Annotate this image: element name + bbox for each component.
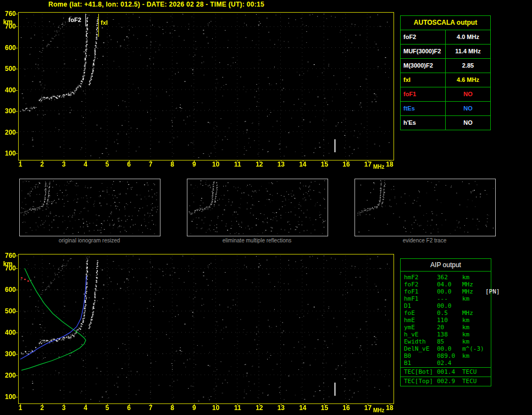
x-axis-tick-label: 4	[79, 404, 92, 412]
thumbnail-caption-original: original ionogram resized	[19, 237, 159, 244]
x-axis-tick-label: 7	[144, 161, 157, 168]
top-ionogram-canvas	[19, 13, 392, 159]
aip-param-extra	[485, 295, 491, 302]
fxI-marker-label: fxI	[101, 19, 108, 26]
aip-param-unit: MHz	[462, 309, 485, 317]
y-axis-tick-label: 760	[0, 10, 16, 18]
aip-row: DelN_vE00.0m^(-3)	[401, 345, 491, 352]
aip-param-extra	[485, 378, 491, 385]
y-axis-tick-label: 100	[0, 150, 16, 157]
x-axis-unit-label: MHz	[371, 407, 386, 413]
aip-param-unit: TECU	[462, 378, 485, 385]
aip-output-table: AIP output hmF2362kmfoF204.0MHzfoF100.0M…	[400, 258, 491, 386]
aip-param-label: foF2	[404, 281, 437, 288]
aip-param-extra	[485, 302, 491, 309]
autoscala-param-value: 11.4 MHz	[446, 45, 490, 58]
x-axis-tick-label: 15	[318, 161, 331, 168]
thumbnail-eliminate-reflections	[187, 179, 328, 236]
aip-param-value: 089.0	[437, 352, 462, 359]
aip-param-unit: km	[462, 295, 485, 302]
y-axis-tickmark	[16, 354, 18, 355]
aip-param-extra	[485, 352, 491, 359]
aip-param-label: B1	[404, 359, 437, 367]
x-axis-tick-label: 15	[318, 404, 331, 412]
y-axis-unit-label: km	[0, 18, 13, 26]
x-axis-tick-label: 1	[14, 161, 27, 168]
y-axis-tickmark	[16, 256, 18, 256]
y-axis-tickmark	[16, 26, 18, 27]
aip-param-value: ---	[437, 295, 462, 302]
aip-param-value: 001.4	[437, 368, 462, 376]
y-axis-tick-label: 400	[0, 86, 16, 94]
y-axis-tick-label: 700	[0, 23, 16, 30]
y-axis-tickmark	[16, 397, 18, 397]
aip-param-label: ymE	[404, 324, 437, 331]
x-axis-tick-label: 14	[296, 404, 309, 412]
x-axis-tick-label: 4	[79, 161, 92, 168]
aip-param-extra: [PN]	[485, 288, 500, 295]
aip-param-unit: MHz	[462, 288, 485, 295]
aip-param-unit: km	[462, 338, 485, 345]
aip-param-unit: km	[462, 331, 485, 338]
x-axis-tick-label: 17	[361, 404, 374, 412]
x-axis-unit-label: MHz	[371, 164, 386, 170]
aip-param-unit: MHz	[462, 281, 485, 288]
autoscala-table-title: AUTOSCALA output	[401, 16, 490, 30]
aip-param-value: 00.0	[437, 302, 462, 309]
aip-param-extra	[485, 274, 491, 281]
y-axis-tickmark	[16, 153, 18, 154]
aip-row: hmF1---km	[401, 295, 491, 302]
y-axis-tickmark	[16, 69, 18, 69]
x-axis-tick-label: 1	[14, 404, 27, 412]
autoscala-param-value: 4.6 MHz	[446, 73, 490, 87]
y-axis-tickmark	[16, 48, 18, 48]
aip-row: TEC[Top]002.9TECU	[401, 377, 491, 385]
y-axis-tickmark	[16, 14, 18, 14]
x-axis-tick-label: 13	[274, 161, 287, 168]
foF2-marker-label: foF2	[69, 16, 81, 23]
aip-param-extra	[485, 317, 491, 324]
aip-row: Ewidth85km	[401, 338, 491, 345]
aip-param-value: 20	[437, 324, 462, 331]
thumbnail-original-ionogram	[19, 179, 160, 236]
aip-row: B0089.0km	[401, 352, 491, 359]
autoscala-param-label: M(3000)F2	[401, 59, 446, 73]
y-axis-tick-label: 500	[0, 65, 16, 73]
y-axis-tickmark	[16, 268, 18, 269]
aip-param-extra	[485, 345, 491, 352]
y-axis-tick-label: 500	[0, 307, 16, 315]
autoscala-param-label: fxI	[401, 73, 446, 87]
x-axis-tick-label: 16	[340, 161, 353, 168]
x-axis-tick-label: 14	[296, 161, 309, 168]
autoscala-param-label: MUF(3000)F2	[401, 45, 446, 58]
autoscala-row: fxI4.6 MHz	[401, 73, 490, 87]
x-axis-tick-label: 9	[187, 161, 201, 168]
aip-param-unit: TECU	[462, 368, 485, 376]
autoscala-row: foF1NO	[401, 87, 490, 102]
aip-param-label: Ewidth	[404, 338, 437, 345]
aip-row: hmF2362km	[401, 274, 491, 281]
aip-param-label: TEC[Bot]	[404, 368, 437, 376]
aip-param-label: foF1	[404, 288, 437, 295]
autoscala-param-label: foF2	[401, 30, 446, 44]
y-axis-tickmark	[16, 290, 18, 290]
aip-param-label: hmF2	[404, 274, 437, 281]
aip-table-title: AIP output	[401, 259, 491, 272]
autoscala-param-value: NO	[446, 116, 490, 130]
x-axis-tick-label: 18	[383, 404, 396, 412]
autoscala-param-value: NO	[446, 102, 490, 115]
autoscala-param-label: ftEs	[401, 102, 446, 115]
autoscala-row: ftEsNO	[401, 102, 490, 116]
y-axis-tick-label: 200	[0, 129, 16, 136]
aip-param-value: 02.4	[437, 359, 462, 367]
y-axis-tickmark	[16, 333, 18, 333]
aip-param-unit: km	[462, 274, 485, 281]
y-axis-tick-label: 300	[0, 350, 16, 358]
x-axis-tick-label: 13	[274, 404, 287, 412]
y-axis-tick-label: 100	[0, 393, 16, 401]
x-axis-tick-label: 2	[36, 404, 49, 412]
aip-param-value: 00.0	[437, 288, 462, 295]
aip-param-unit: m^(-3)	[462, 345, 485, 352]
autoscala-table-rows: foF24.0 MHzMUF(3000)F211.4 MHzM(3000)F22…	[401, 30, 490, 130]
x-axis-tick-label: 10	[209, 161, 223, 168]
